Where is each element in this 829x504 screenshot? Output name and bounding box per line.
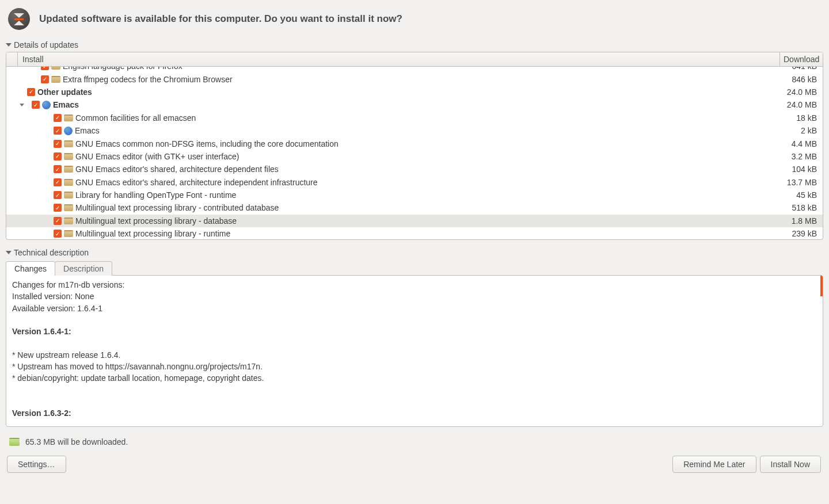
row-size: 1.8 MB	[780, 216, 820, 226]
package-icon	[51, 67, 60, 70]
scrollbar-thumb[interactable]	[820, 276, 823, 296]
changelog-content[interactable]: Changes for m17n-db versions: Installed …	[6, 276, 823, 426]
update-row[interactable]: Extra ffmpeg codecs for the Chromium Bro…	[6, 72, 823, 85]
changelog-line: Available version: 1.6.4-1	[12, 303, 817, 314]
list-scroll[interactable]: English language pack for Firefox641 kBE…	[6, 67, 823, 239]
row-label: English language pack for Firefox	[63, 67, 182, 71]
checkbox[interactable]	[54, 140, 62, 148]
checkbox[interactable]	[54, 191, 62, 199]
changelog-box: Changes for m17n-db versions: Installed …	[6, 275, 823, 427]
row-label: Common facilities for all emacsen	[75, 113, 196, 123]
chevron-down-icon	[6, 43, 12, 47]
status-text: 65.3 MB will be downloaded.	[25, 437, 128, 446]
package-icon	[64, 204, 73, 211]
row-label: GNU Emacs editor's shared, architecture …	[75, 178, 318, 187]
package-icon	[64, 230, 73, 237]
chevron-down-icon	[6, 251, 12, 254]
row-label: GNU Emacs common non-DFSG items, includi…	[75, 139, 339, 148]
checkbox[interactable]	[27, 88, 35, 96]
expander-column[interactable]	[6, 52, 18, 66]
package-icon	[64, 179, 73, 186]
row-size: 239 kB	[780, 229, 820, 238]
changelog-heading: Version 1.6.3-2:	[12, 407, 817, 419]
row-size: 45 kB	[780, 190, 820, 200]
checkbox[interactable]	[54, 178, 62, 186]
row-size: 18 kB	[780, 113, 820, 123]
remind-later-button[interactable]: Remind Me Later	[672, 456, 756, 473]
package-icon	[64, 217, 73, 224]
tech-expander[interactable]: Technical description	[0, 246, 829, 259]
checkbox[interactable]	[32, 101, 40, 109]
update-row[interactable]: Multilingual text processing library - d…	[6, 215, 823, 227]
status-row: 65.3 MB will be downloaded.	[0, 427, 829, 452]
checkbox[interactable]	[54, 217, 62, 225]
row-label: Emacs	[53, 100, 79, 109]
row-label: GNU Emacs editor's shared, architecture …	[75, 165, 279, 174]
download-column-header[interactable]: Download	[780, 52, 823, 66]
row-expander[interactable]	[19, 102, 25, 108]
tab-description[interactable]: Description	[55, 261, 112, 276]
row-size: 518 kB	[780, 203, 820, 212]
row-size: 24.0 MB	[780, 87, 820, 97]
update-row[interactable]: GNU Emacs editor's shared, architecture …	[6, 176, 823, 189]
checkbox[interactable]	[54, 204, 62, 212]
list-header: Install Download	[6, 52, 823, 67]
update-row[interactable]: Multilingual text processing library - c…	[6, 201, 823, 214]
package-icon	[51, 76, 60, 83]
updates-list: Install Download English language pack f…	[6, 52, 823, 240]
changelog-line: Installed version: None	[12, 291, 817, 302]
update-row[interactable]: Common facilities for all emacsen18 kB	[6, 112, 823, 124]
row-size: 4.4 MB	[780, 139, 820, 148]
row-size: 13.7 MB	[780, 178, 820, 187]
checkbox[interactable]	[54, 230, 62, 238]
update-row[interactable]: Multilingual text processing library - r…	[6, 227, 823, 239]
checkbox[interactable]	[41, 67, 49, 70]
update-row[interactable]: GNU Emacs common non-DFSG items, includi…	[6, 137, 823, 150]
settings-button[interactable]: Settings…	[7, 456, 66, 473]
software-updater-icon	[8, 8, 30, 30]
globe-icon	[42, 101, 51, 109]
tab-changes[interactable]: Changes	[6, 261, 55, 276]
update-row[interactable]: Library for handling OpenType Font - run…	[6, 189, 823, 201]
install-now-button[interactable]: Install Now	[760, 456, 821, 473]
row-label: Emacs	[75, 126, 100, 135]
update-row[interactable]: Emacs24.0 MB	[6, 98, 823, 111]
row-size: 3.2 MB	[780, 152, 820, 161]
checkbox[interactable]	[41, 75, 49, 83]
update-row[interactable]: Emacs2 kB	[6, 124, 823, 137]
checkbox[interactable]	[54, 114, 62, 122]
package-icon	[64, 114, 73, 121]
checkbox[interactable]	[54, 127, 62, 135]
changelog-bullet: * debian/copyright: update tarball locat…	[12, 372, 817, 384]
update-row[interactable]: GNU Emacs editor (with GTK+ user interfa…	[6, 150, 823, 163]
row-label: GNU Emacs editor (with GTK+ user interfa…	[75, 152, 239, 161]
update-row[interactable]: Other updates24.0 MB	[6, 86, 823, 98]
update-row[interactable]: GNU Emacs editor's shared, architecture …	[6, 163, 823, 175]
row-size: 24.0 MB	[780, 100, 820, 109]
changelog-bullet: * Upstream has moved to https://savannah…	[12, 361, 817, 372]
changelog-bullet: * New upstream release 1.6.4.	[12, 349, 817, 361]
update-row[interactable]: English language pack for Firefox641 kB	[6, 67, 823, 72]
details-expander[interactable]: Details of updates	[0, 38, 829, 52]
install-column-header[interactable]: Install	[18, 52, 780, 66]
changelog-heading: Version 1.6.4-1:	[12, 326, 817, 337]
package-icon	[64, 153, 73, 160]
package-icon	[64, 140, 73, 147]
row-label: Library for handling OpenType Font - run…	[75, 190, 236, 200]
changelog-line: Changes for m17n-db versions:	[12, 279, 817, 291]
row-size: 2 kB	[780, 126, 820, 135]
row-label: Multilingual text processing library - r…	[75, 229, 230, 238]
row-size: 846 kB	[780, 75, 820, 84]
package-icon	[64, 166, 73, 173]
row-label: Extra ffmpeg codecs for the Chromium Bro…	[63, 75, 233, 84]
checkbox[interactable]	[54, 165, 62, 173]
checkbox[interactable]	[54, 152, 62, 161]
button-row: Settings… Remind Me Later Install Now	[0, 452, 829, 481]
row-label: Other updates	[37, 87, 92, 97]
details-label: Details of updates	[14, 40, 78, 49]
tab-strip: Changes Description	[6, 261, 823, 276]
download-icon	[9, 438, 20, 446]
globe-icon	[64, 127, 73, 135]
header: Updated software is available for this c…	[0, 0, 829, 38]
tech-label: Technical description	[14, 248, 89, 257]
